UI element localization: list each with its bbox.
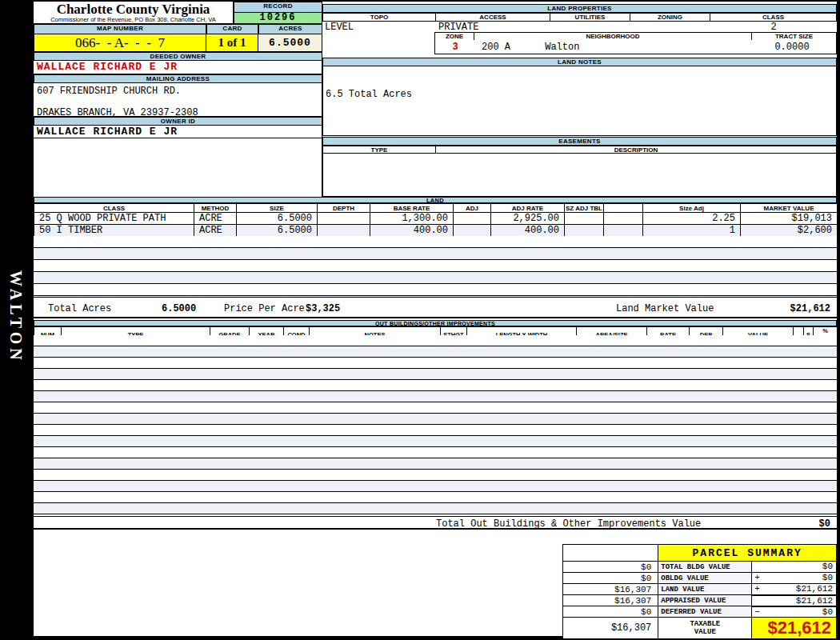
ps-row-taxable: $16,307 TAXABLE VALUE $21,612 [563,618,837,639]
cell: 400.00 [491,225,565,237]
price-per-acre-value: $3,325 [306,303,340,314]
cell [604,225,643,237]
cell: ACRE [194,225,237,237]
left-empty-space [34,138,322,197]
land-notes-box: 6.5 Total Acres [322,66,837,136]
land-market-value: $21,612 [790,303,830,314]
ps-sign: + [754,573,760,582]
land-row-2: 50 I TIMBER ACRE 6.5000 400.00 400.00 1 … [34,225,838,237]
card-label: CARD [206,24,258,34]
cell: 1 [643,225,741,237]
land-totals-row: Total Acres 6.5000 Price Per Acre $3,325… [34,297,837,318]
land-properties-title: LAND PROPERTIES [322,4,837,13]
ps-left-value: $16,307 [563,595,658,606]
deeded-owner-label: DEEDED OWNER [34,52,322,61]
ps-value: $0 [822,573,833,582]
price-per-acre-label: Price Per Acre [224,303,305,314]
ps-value: $0 [822,607,833,617]
property-record-card: WALTON Charlotte County Virginia Commiss… [0,0,840,640]
cell: 2.25 [643,213,741,225]
access-header: ACCESS [436,13,550,22]
land-header-row: CLASS METHOD SIZE DEPTH BASE RATE ADJ AD… [34,204,838,213]
record-value: 10296 [234,13,322,24]
cell: $2,600 [741,225,838,237]
topo-value: LEVEL [325,22,354,33]
ps-blank-cell [563,545,658,562]
cell [318,213,370,225]
class-header: CLASS [710,13,837,22]
land-class-header: CLASS [34,204,194,213]
class-value: 2 [710,22,837,33]
county-header: Charlotte County Virginia Commissioner o… [34,2,234,24]
acres-value: 6.5000 [258,34,322,52]
land-table: CLASS METHOD SIZE DEPTH BASE RATE ADJ AD… [34,203,838,237]
mailing-address: 607 FRIENDSHIP CHURCH RD. DRAKES BRANCH,… [34,83,322,117]
land-blank-header [604,204,643,213]
land-size-adj-header: Size Adj [643,204,741,213]
ps-value: $21,612 [796,596,833,606]
neighborhood-sidebar-label: WALTON [6,270,25,364]
cell [604,213,643,225]
ps-row-land: $16,307 LAND VALUE + $21,612 [563,584,837,595]
cell: 6.5000 [237,225,318,237]
topo-header: TOPO [322,13,436,22]
ps-row-deferred: $0 DEFERRED VALUE − $0 [563,606,837,618]
ps-label: OBLDG VALUE [658,573,752,584]
access-value: PRIVATE [438,22,478,33]
ps-sign: + [754,584,760,594]
record-label: RECORD [234,2,322,13]
land-notes-text: 6.5 Total Acres [326,89,412,100]
land-empty-rows [34,236,837,297]
cell: 400.00 [370,225,454,237]
land-adj-rate-header: ADJ RATE [491,204,565,213]
land-base-rate-header: BASE RATE [370,204,454,213]
cell [454,225,491,237]
ps-right-value: $0 [752,562,837,573]
cell: ACRE [194,213,237,225]
tract-size-value: 0.0000 [753,42,831,53]
ps-label: DEFERRED VALUE [658,606,752,618]
ps-value: $0 [822,562,833,571]
total-acres-label: Total Acres [48,303,111,314]
total-acres-value: 6.5000 [162,303,196,314]
zone-values: 3 200 A Walton 0.0000 [434,40,837,54]
ps-row-appraised: $16,307 APPRAISED VALUE $21,612 [563,595,837,606]
out-buildings-title: OUT BUILDINGS/OTHER IMPROVEMENTS [34,320,837,326]
ps-right-value: + $0 [752,573,837,584]
ps-taxable-value: $21,612 [752,618,837,639]
land-properties-values: LEVEL PRIVATE 2 [322,22,837,32]
land-row-1: 25 Q WOOD PRIVATE PATH ACRE 6.5000 1,300… [34,213,838,225]
deeded-owner-name: WALLACE RICHARD E JR [34,61,322,74]
parcel-summary-title: PARCEL SUMMARY [658,545,837,562]
neighborhood-value: 200 A Walton [482,42,579,53]
ps-taxable-label: TAXABLE VALUE [658,618,752,639]
map-number-label: MAP NUMBER [34,24,206,34]
land-size-header: SIZE [237,204,318,213]
cell: 2,925.00 [491,213,565,225]
ps-left-value: $16,307 [563,584,658,595]
easement-type-header: TYPE [322,146,436,154]
address-line-1: 607 FRIENDSHIP CHURCH RD. [37,86,181,97]
land-adj-header: ADJ [454,204,491,213]
land-depth-header: DEPTH [318,204,370,213]
ps-taxable-label-line1: TAXABLE [661,620,749,628]
ps-left-value: $0 [563,573,658,584]
acres-label: ACRES [258,24,322,34]
ps-row-obldg: $0 OBLDG VALUE + $0 [563,573,837,584]
ps-row-total-bldg: $0 TOTAL BLDG VALUE $0 [563,562,837,573]
ps-taxable-label-line2: VALUE [661,628,749,636]
utilities-header: UTILITIES [550,13,630,22]
land-section-title: LAND [34,197,837,203]
owner-id-value: WALLACE RICHARD E JR [34,126,322,138]
easements-box [322,154,837,197]
mailing-address-label: MAILING ADDRESS [34,74,322,83]
ps-sign: − [754,607,760,617]
easement-description-header: DESCRIPTION [436,146,837,154]
ps-label: LAND VALUE [658,584,752,595]
county-title: Charlotte County Virginia [34,2,233,17]
cell [565,225,604,237]
ps-right-value: − $0 [752,606,837,618]
ps-right-value: + $21,612 [752,584,837,595]
land-properties-headers: TOPO ACCESS UTILITIES ZONING CLASS [322,13,837,22]
land-sz-adj-tbl-header: SZ ADJ TBL [565,204,604,213]
